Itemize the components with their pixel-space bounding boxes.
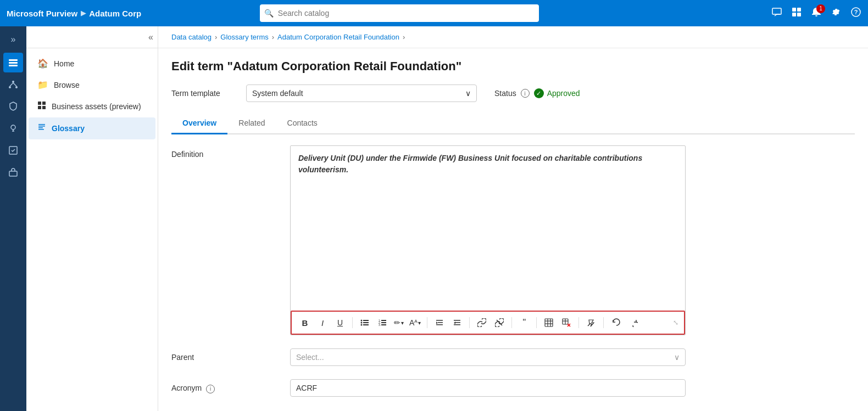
glossary-icon [37,123,46,134]
feedback-icon[interactable] [771,7,782,20]
toolbar-highlight-button[interactable]: ✏ ▾ [392,315,405,330]
toolbar-clear-format-button[interactable] [583,315,599,330]
tab-overview[interactable]: Overview [171,113,227,134]
toolbar-redo-button[interactable] [626,315,641,330]
definition-editor[interactable]: Delivery Unit (DU) under the Firmwide (F… [290,145,686,335]
highlight-arrow: ▾ [401,320,404,326]
toolbar-bullets-button[interactable] [357,315,372,330]
toolbar-indent-increase-button[interactable] [432,315,447,330]
svg-rect-27 [38,129,44,130]
svg-rect-39 [381,324,386,325]
breadcrumb-current[interactable]: Adatum Corporation Retail Foundation [277,33,399,41]
rail-icon-policy[interactable] [3,97,23,116]
svg-line-14 [13,83,16,86]
font-size-arrow: ▾ [418,320,421,326]
breadcrumb-sep-3: › [403,33,405,41]
definition-text: Delivery Unit (DU) under the Firmwide (F… [298,154,642,174]
toolbar-separator-3 [469,317,470,328]
settings-icon[interactable] [831,7,842,20]
svg-rect-31 [363,322,369,323]
breadcrumb-data-catalog[interactable]: Data catalog [171,33,212,41]
rail-icon-briefcase[interactable] [3,162,23,182]
status-info-icon[interactable]: i [521,89,530,98]
status-label: Status [494,89,516,98]
sidebar-item-glossary[interactable]: Glossary [29,117,155,139]
toolbar-italic-button[interactable]: I [315,315,330,330]
template-dropdown-chevron: ∨ [465,89,471,98]
svg-point-11 [9,86,11,88]
top-navigation: Microsoft Purview ▶ Adatum Corp 🔍 1 ? [0,0,868,26]
approved-checkmark-icon: ✓ [534,88,544,98]
toolbar-bold-button[interactable]: B [297,315,313,330]
toolbar-underline-button[interactable]: U [332,315,348,330]
acronym-field-row: Acronym i [171,379,855,397]
tabs-bar: Overview Related Contacts [171,113,855,134]
parent-input-wrap: Select... ∨ [290,348,686,366]
svg-rect-41 [438,322,443,323]
help-icon[interactable]: ? [850,7,861,20]
tab-contacts[interactable]: Contacts [276,113,329,134]
notification-icon[interactable]: 1 [811,7,822,20]
rail-icon-insights[interactable] [3,119,23,138]
rail-icon-network[interactable] [3,75,23,94]
svg-rect-43 [454,320,460,321]
sidebar-navigation: 🏠 Home 📁 Browse Business assets (preview… [26,48,158,144]
status-approved-badge: ✓ Approved [534,88,580,98]
brand-name: Microsoft Purview [7,9,77,18]
acronym-info-icon[interactable]: i [206,385,215,393]
rail-icon-data-catalog[interactable] [3,53,23,72]
rail-expand-toggle[interactable]: » [4,31,22,48]
svg-rect-35 [381,320,386,321]
notification-badge: 1 [816,4,825,13]
sidebar-item-home-label: Home [54,59,74,68]
definition-label: Definition [171,145,281,335]
parent-dropdown-chevron: ∨ [674,353,680,362]
toolbar-separator-5 [536,317,537,328]
search-input[interactable] [260,4,539,22]
sidebar-item-business-assets[interactable]: Business assets (preview) [29,95,155,117]
home-icon: 🏠 [37,58,48,69]
toolbar-link-button[interactable] [474,315,489,330]
toolbar-indent-decrease-button[interactable] [449,315,465,330]
svg-rect-19 [9,171,17,176]
parent-select[interactable]: Select... ∨ [290,348,686,366]
term-template-row: Term template System default ∨ Status i … [171,85,855,102]
toolbar-table-button[interactable] [541,315,557,330]
svg-rect-22 [38,106,41,109]
brand-separator: ▶ [81,9,86,17]
toolbar-quote-button[interactable]: " [516,315,532,330]
parent-label: Parent [171,348,281,366]
sidebar-collapse-button[interactable]: « [148,32,153,42]
apps-icon[interactable] [791,7,802,20]
toolbar-numbering-button[interactable]: 1.2.3. [375,315,390,330]
toolbar-delete-table-button[interactable] [559,315,574,330]
search-bar: 🔍 [260,4,539,22]
definition-content[interactable]: Delivery Unit (DU) under the Firmwide (F… [291,146,685,311]
toolbar-separator-4 [511,317,512,328]
browse-icon: 📁 [37,80,48,90]
toolbar-font-size-button[interactable]: Aᴬ ▾ [408,315,422,330]
tab-related[interactable]: Related [227,113,276,134]
acronym-input[interactable] [290,379,686,397]
svg-rect-21 [42,102,46,105]
svg-point-28 [361,320,363,322]
breadcrumb-glossary-terms[interactable]: Glossary terms [220,33,268,41]
svg-text:3.: 3. [379,323,381,326]
svg-rect-37 [381,322,386,323]
term-template-select[interactable]: System default ∨ [246,85,477,102]
nav-icons: 1 ? [771,7,861,20]
svg-rect-29 [363,320,369,321]
svg-rect-23 [42,106,46,109]
rail-icon-tasks[interactable] [3,140,23,160]
toolbar-undo-button[interactable] [608,315,624,330]
svg-text:?: ? [854,9,858,15]
tenant-name: Adatum Corp [89,9,141,18]
editor-resize-handle[interactable]: ⤡ [673,319,678,326]
svg-point-15 [11,125,15,130]
toolbar-unlink-button[interactable] [492,315,507,330]
sidebar-item-home[interactable]: 🏠 Home [29,53,155,74]
svg-point-12 [15,86,18,88]
brand-logo: Microsoft Purview ▶ Adatum Corp [7,9,141,18]
sidebar-item-browse[interactable]: 📁 Browse [29,74,155,95]
svg-rect-20 [38,102,41,105]
